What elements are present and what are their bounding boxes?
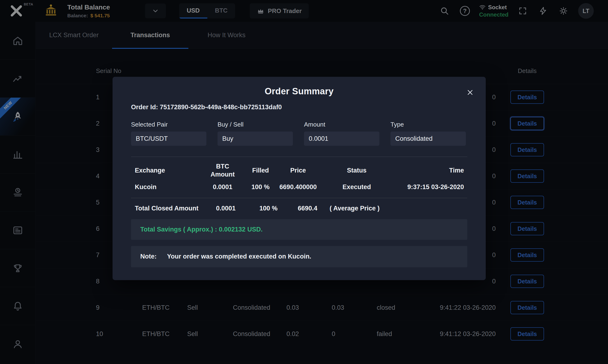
note-text: Your order was completed executed on Kuc… [167,253,311,260]
col-btc-amount: BTC Amount [208,163,237,179]
exchange-table-row: Kucoin 0.0001 100 % 6690.400000 Executed… [131,182,467,198]
col-filled: Filled [243,167,278,175]
note-banner: Note: Your order was completed executed … [131,246,467,267]
field-amount: Amount 0.0001 [304,121,379,146]
cell-time: 9:37:15 03-26-2020 [395,183,467,191]
exchange-table-header: Exchange BTC Amount Filled Price Status … [131,157,467,182]
cell-btc-amount: 0.0001 [202,183,243,191]
cell-filled: 100 % [243,183,278,191]
field-selected-pair: Selected Pair BTC/USDT [131,121,206,146]
average-price-label: ( Average Price ) [328,205,467,212]
order-id: Order Id: 75172890-562b-449a-848c-bb7251… [131,104,467,111]
field-type: Type Consolidated [390,121,466,146]
field-label: Type [390,121,466,128]
field-buy-sell: Buy / Sell Buy [218,121,293,146]
col-time: Time [395,167,467,175]
col-price: Price [278,167,318,175]
selected-pair-value[interactable]: BTC/USDT [131,131,206,146]
exchange-table: Exchange BTC Amount Filled Price Status … [131,157,467,213]
field-label: Buy / Sell [218,121,293,128]
type-value[interactable]: Consolidated [390,131,466,146]
amount-value[interactable]: 0.0001 [304,131,379,146]
field-label: Selected Pair [131,121,206,128]
col-status: Status [318,167,395,175]
order-fields: Selected Pair BTC/USDT Buy / Sell Buy Am… [131,121,467,146]
cell-status: Executed [318,183,395,191]
total-price: 6690.4 [287,205,328,212]
close-button[interactable] [465,87,475,98]
total-label: Total Closed Amount [131,205,202,212]
order-summary-modal: Order Summary Order Id: 75172890-562b-44… [113,77,486,280]
close-icon [466,89,474,96]
col-exchange: Exchange [131,167,202,175]
modal-title: Order Summary [131,86,467,96]
total-amount: 0.0001 [202,205,249,212]
total-savings-banner: Total Savings ( Approx.) : 0.002132 USD. [131,219,467,240]
total-row: Total Closed Amount 0.0001 100 % 6690.4 … [131,198,467,213]
total-filled: 100 % [249,205,287,212]
cell-price: 6690.400000 [278,183,318,191]
field-label: Amount [304,121,379,128]
buy-sell-value[interactable]: Buy [218,131,293,146]
cell-exchange: Kucoin [131,183,202,191]
note-label: Note: [140,253,157,260]
